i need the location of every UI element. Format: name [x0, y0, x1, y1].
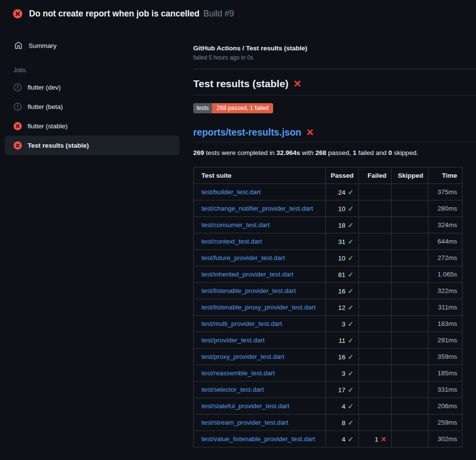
table-row: test/proxy_provider_test.dart 16✓ ✕ 359m… [194, 349, 462, 365]
suite-link[interactable]: test/provider_test.dart [201, 337, 265, 344]
passed-cell: 3✓ [342, 370, 353, 377]
table-row: test/reassemble_test.dart 3✓ ✕ 185ms [194, 365, 462, 382]
sidebar-job-item[interactable]: flutter (beta) [5, 97, 180, 116]
skipped-cell [392, 349, 429, 365]
time-cell: 311ms [429, 299, 462, 316]
skipped-cell [392, 233, 429, 250]
report-heading: reports/test-results.json✕ [193, 127, 476, 142]
skipped-cell [392, 184, 429, 200]
time-cell: 185ms [429, 365, 462, 382]
suite-link[interactable]: test/listenable_provider_test.dart [201, 287, 296, 294]
suite-link[interactable]: test/stream_provider_test.dart [201, 419, 288, 426]
check-icon: ✓ [348, 402, 353, 410]
passed-cell: 10✓ [338, 255, 353, 262]
suite-link[interactable]: test/consumer_test.dart [201, 221, 270, 229]
table-row: test/stateful_provider_test.dart 4✓ ✕ 20… [194, 398, 462, 414]
skipped-cell [392, 316, 429, 332]
results-summary: 269 tests were completed in 32.964s with… [193, 149, 476, 156]
sidebar-job-item[interactable]: flutter (dev) [5, 77, 180, 97]
table-row: test/context_test.dart 31✓ ✕ 644ms [194, 233, 462, 250]
passed-cell: 31✓ [338, 238, 353, 245]
column-header-passed: Passed [326, 168, 359, 184]
time-cell: 183ms [429, 316, 462, 332]
build-failed-icon [13, 9, 22, 18]
section-heading: Test results (stable)✕ [193, 78, 476, 95]
skipped-cell [392, 398, 429, 414]
failed-icon [14, 141, 22, 150]
suite-link[interactable]: test/context_test.dart [201, 238, 262, 245]
table-row: test/consumer_test.dart 18✓ ✕ 324ms [194, 217, 462, 233]
passed-cell: 24✓ [338, 189, 353, 196]
time-cell: 206ms [429, 398, 462, 414]
breadcrumb: GitHub Actions / Test results (stable) [193, 45, 476, 52]
sidebar-item-summary[interactable]: Summary [0, 39, 193, 52]
summary-text: passed, [326, 149, 353, 156]
skipped-count: 0 [388, 149, 392, 156]
failed-count: 1 [353, 149, 357, 156]
column-header-failed: Failed [359, 168, 392, 184]
suite-link[interactable]: test/value_listenable_provider_test.dart [201, 435, 315, 443]
passed-cell: 12✓ [338, 304, 353, 311]
summary-text: failed and [356, 149, 388, 156]
report-file-link[interactable]: reports/test-results.json [193, 127, 301, 138]
check-icon: ✓ [348, 435, 353, 443]
suite-link[interactable]: test/stateful_provider_test.dart [201, 402, 290, 410]
time-cell: 644ms [429, 233, 462, 250]
suite-link[interactable]: test/listenable_proxy_provider_test.dart [201, 304, 316, 311]
suite-link[interactable]: test/reassemble_test.dart [201, 369, 275, 377]
skipped-cell [392, 283, 429, 299]
passed-cell: 16✓ [338, 288, 353, 295]
failed-cell: 1✕ [375, 436, 386, 443]
suite-link[interactable]: test/proxy_provider_test.dart [201, 353, 284, 360]
time-cell: 302ms [429, 431, 462, 447]
skipped-cell [392, 332, 429, 349]
passed-cell: 10✓ [338, 205, 353, 213]
time-cell: 259ms [429, 414, 462, 431]
check-icon: ✓ [348, 419, 353, 427]
passed-cell: 81✓ [338, 271, 353, 278]
suite-link[interactable]: test/inherited_provider_test.dart [201, 271, 293, 278]
summary-text: with [300, 149, 316, 156]
section-heading-text: Test results (stable) [193, 78, 289, 89]
skipped-cell [392, 217, 429, 233]
skipped-cell [392, 299, 429, 316]
time-cell: 280ms [429, 200, 462, 217]
table-row: test/inherited_provider_test.dart 81✓ ✕ … [194, 266, 462, 283]
job-label: flutter (beta) [28, 103, 63, 110]
suite-link[interactable]: test/future_provider_test.dart [201, 254, 285, 261]
passed-cell: 4✓ [342, 403, 353, 410]
time-cell: 1.065s [429, 266, 462, 283]
sidebar-job-item[interactable]: flutter (stable) [5, 116, 180, 136]
table-row: test/selector_test.dart 17✓ ✕ 331ms [194, 382, 462, 398]
skipped-cell [392, 414, 429, 431]
suite-link[interactable]: test/multi_provider_test.dart [201, 320, 282, 327]
x-icon: ✕ [381, 435, 386, 443]
check-icon: ✓ [348, 188, 353, 196]
passed-cell: 18✓ [338, 222, 353, 229]
passed-cell: 17✓ [338, 386, 353, 394]
build-header: Do not create report when job is cancell… [0, 0, 476, 27]
failed-x-icon: ✕ [306, 127, 314, 138]
main-content: GitHub Actions / Test results (stable) f… [193, 27, 476, 447]
skipped-cell [392, 382, 429, 398]
table-row: test/stream_provider_test.dart 8✓ ✕ 259m… [194, 414, 462, 431]
check-icon: ✓ [348, 386, 353, 394]
check-icon: ✓ [348, 238, 353, 245]
test-results-table: Test suite Passed Failed Skipped Time te… [193, 167, 462, 447]
suite-link[interactable]: test/builder_test.dart [201, 188, 261, 196]
column-header-time: Time [429, 168, 462, 184]
sidebar-job-item[interactable]: Test results (stable) [5, 136, 180, 155]
suite-link[interactable]: test/change_notifier_provider_test.dart [201, 205, 313, 212]
build-number: Build #9 [203, 9, 234, 18]
table-row: test/change_notifier_provider_test.dart … [194, 200, 462, 217]
total-count: 269 [193, 149, 204, 156]
page-title: Do not create report when job is cancell… [29, 9, 200, 18]
home-icon [15, 42, 22, 49]
table-row: test/value_listenable_provider_test.dart… [194, 431, 462, 447]
jobs-section-label: Jobs [14, 67, 193, 74]
check-icon: ✓ [348, 337, 353, 344]
check-icon: ✓ [348, 221, 353, 229]
suite-link[interactable]: test/selector_test.dart [201, 386, 264, 393]
column-header-suite: Test suite [194, 168, 326, 184]
skipped-cell [392, 365, 429, 382]
